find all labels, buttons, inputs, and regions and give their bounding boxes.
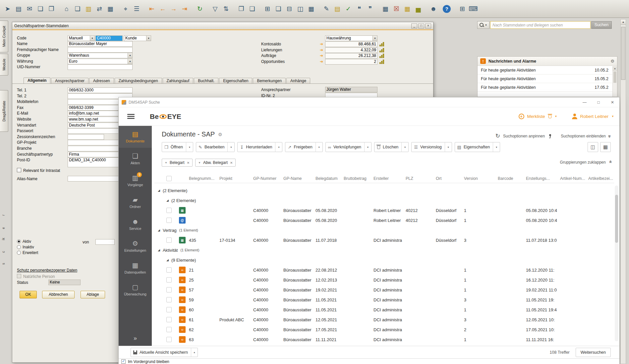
scrollbar-thumb[interactable]: [621, 27, 625, 80]
show-options-label[interactable]: Suchoptionen einblenden: [561, 134, 605, 138]
column-header-gp-name[interactable]: GP-Name: [283, 176, 315, 181]
row-checkbox[interactable]: [166, 287, 172, 292]
bp-window-titlebar[interactable]: Geschäftspartner-Stammdaten _ □ ×: [12, 22, 433, 30]
tab-buchhalt[interactable]: Buchhalt.: [194, 78, 218, 84]
menu-icon[interactable]: [127, 114, 135, 119]
sidebar-expand-button[interactable]: »: [119, 331, 152, 346]
alert-row[interactable]: Für heute geplante Aktivitäten10.05.2: [478, 66, 617, 75]
grid-view-icon[interactable]: ▦: [306, 4, 316, 14]
maximize-icon[interactable]: □: [418, 24, 424, 28]
note-icon[interactable]: ❝: [354, 4, 364, 14]
column-header-bruttobetrag[interactable]: Bruttobetrag: [344, 176, 373, 181]
alert-row[interactable]: Für heute geplante Aktivitäten17.05.2: [478, 83, 617, 92]
column-header-ort[interactable]: Ort: [436, 176, 464, 181]
print-preview-icon[interactable]: ❏: [35, 4, 45, 14]
chevron-down-icon[interactable]: ▼: [227, 142, 234, 152]
suchen-button[interactable]: Suchen: [591, 21, 612, 29]
radio-erweitert[interactable]: [17, 251, 21, 255]
row-checkbox[interactable]: [166, 218, 172, 223]
table-row[interactable]: ‹›21C40000Büroausstatter22.08.2012DCI ad…: [154, 265, 614, 275]
row-checkbox[interactable]: [166, 277, 172, 283]
copy-icon[interactable]: ❑: [73, 4, 83, 14]
filter-chip-abw-belegart[interactable]: ▼Abw. Belegart✕: [195, 159, 236, 167]
side-tab-module[interactable]: Module: [0, 54, 8, 76]
kontosaldo-value[interactable]: 88.468,61: [325, 41, 377, 47]
intrastat-checkbox[interactable]: [17, 168, 21, 172]
column-header-erstellungs[interactable]: Erstellungs...: [526, 176, 560, 181]
close-icon[interactable]: ✕: [605, 97, 619, 107]
expand-triangle-icon[interactable]: ◢: [166, 258, 169, 262]
export-icon[interactable]: ❐: [46, 4, 56, 14]
sidebar-item-berwachung[interactable]: ▢Überwachung: [119, 279, 152, 301]
table-row[interactable]: ▦C40000Büroausstatter05.08.2020Robert Le…: [154, 205, 614, 215]
dms-titlebar[interactable]: DMS4SAP Suche — □ ✕: [119, 97, 619, 107]
find-icon[interactable]: ⌖: [121, 4, 131, 14]
add-row-icon[interactable]: ⊞: [262, 4, 272, 14]
tab-zahlungslauf[interactable]: Zahlungslauf: [163, 78, 194, 84]
group-row[interactable]: ◢Aktivität(1 Element): [154, 245, 614, 255]
close-icon[interactable]: ✕: [187, 161, 190, 165]
save-view-button[interactable]: Aktuelle Ansicht speichern ▲: [131, 348, 198, 357]
zessionskennzeichen-input[interactable]: [68, 134, 104, 140]
search-scope-button[interactable]: ▼: [477, 21, 489, 29]
radio-aktiv[interactable]: [17, 239, 21, 243]
minimize-icon[interactable]: —: [578, 97, 592, 107]
herunterladen-button[interactable]: ↧Herunterladen▼: [237, 142, 282, 152]
column-header-belegnumm[interactable]: Belegnumm...: [189, 176, 219, 181]
scrollbar-thumb[interactable]: [615, 195, 618, 243]
bearbeiten-button[interactable]: ✎Bearbeiten▼: [196, 142, 235, 152]
sidebar-item-einstellungen[interactable]: ⚙Einstellungen: [119, 235, 152, 257]
table-row[interactable]: ‹›62C40000Büroausstatter17.05.2021DCI ad…: [154, 325, 614, 335]
alert-row[interactable]: Für heute geplante Aktivitäten15.05.2: [478, 75, 617, 83]
verkn-pfungen-button[interactable]: ∞Verknüpfungen▼: [325, 142, 372, 152]
chart-icon[interactable]: ▅: [413, 4, 423, 14]
app-scrollbar[interactable]: ▲: [620, 19, 626, 364]
w-hrung-select[interactable]: Euro▼: [68, 59, 133, 64]
chart-icon[interactable]: [379, 59, 385, 64]
row-checkbox[interactable]: [166, 327, 172, 332]
calculator-icon[interactable]: ⊞: [457, 4, 467, 14]
row-checkbox[interactable]: [166, 297, 172, 302]
collapse-groups-label[interactable]: Gruppierungen zuklappen: [560, 160, 606, 165]
auftr-ge-value[interactable]: 26.212,38: [325, 53, 377, 59]
cancel-document-icon[interactable]: ☒: [391, 4, 401, 14]
table-row[interactable]: ‹›57C40000Büroausstatter19.02.2021DCI ad…: [154, 285, 614, 295]
chart-icon[interactable]: [379, 42, 385, 46]
table-row[interactable]: ‹›61Produkt ABCC40000Büroausstatter12.05…: [154, 315, 614, 325]
ok-button[interactable]: OK: [20, 291, 37, 298]
column-header-plz[interactable]: PLZ: [406, 176, 436, 181]
table-row[interactable]: ‹›63C40000Büroausstatter11.11.2021DCI ad…: [154, 335, 614, 344]
filter-chip-belegart[interactable]: ▼Belegart✕: [162, 159, 193, 167]
column-header-ersteller[interactable]: Ersteller: [373, 176, 406, 181]
group-row[interactable]: ◢(2 Elemente): [154, 195, 614, 205]
maximize-icon[interactable]: □: [592, 97, 605, 107]
opportunities-value[interactable]: 2: [325, 59, 377, 65]
table-row[interactable]: ‹›59C40000Büroausstatter11.05.2021DCI ad…: [154, 295, 614, 305]
chevron-down-icon[interactable]: ▼: [445, 142, 452, 152]
list-icon[interactable]: ☰: [132, 4, 142, 14]
tab-zahlungsbedingungen[interactable]: Zahlungsbedingungen: [115, 78, 162, 84]
row-checkbox[interactable]: [166, 337, 172, 342]
chevron-down-icon[interactable]: ▼: [401, 142, 408, 152]
sidebar-item-akten[interactable]: ❏Akten: [119, 148, 152, 170]
chevron-down-icon[interactable]: ▼: [186, 142, 193, 152]
trash-icon[interactable]: [548, 114, 552, 118]
orange-link-arrow-icon[interactable]: ➔: [320, 42, 323, 46]
chevrons-down-icon[interactable]: »: [607, 135, 612, 137]
uid-nummer-input[interactable]: [68, 64, 133, 70]
row-checkbox[interactable]: [166, 267, 172, 273]
tab-allgemein[interactable]: Allgemein: [24, 78, 50, 84]
table-document-icon[interactable]: ▦: [105, 4, 115, 14]
l-schen-button[interactable]: Löschen▼: [374, 142, 409, 152]
duplicate-row-icon[interactable]: ❑: [273, 4, 283, 14]
scroll-up-icon[interactable]: ▲: [613, 66, 617, 71]
lieferungen-value[interactable]: 4.322,09: [325, 47, 377, 53]
help-icon[interactable]: ?: [443, 5, 451, 13]
sidebar-item-dokumente[interactable]: ▤Dokumente: [119, 126, 152, 148]
select-icon[interactable]: ➤: [3, 4, 13, 14]
scroll-up-icon[interactable]: ▲: [621, 20, 626, 25]
row-checkbox[interactable]: [166, 307, 172, 312]
chevron-down-icon[interactable]: ▼: [555, 115, 557, 118]
add-to-watchlist-icon[interactable]: +: [519, 114, 524, 119]
filter-icon[interactable]: ▽: [210, 4, 220, 14]
